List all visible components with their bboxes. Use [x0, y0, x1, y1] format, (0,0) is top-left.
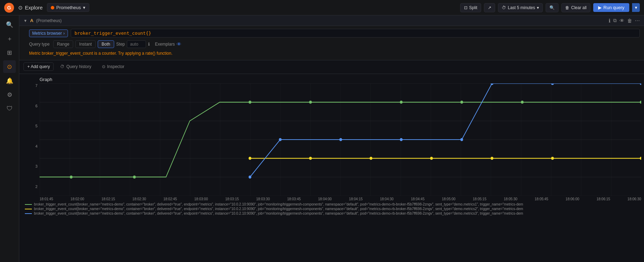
graph-title: Graph [22, 77, 641, 82]
legend-text-green: broker_trigger_event_count{broker_name="… [34, 202, 523, 206]
time-range-button[interactable]: ⏱ Last 5 minutes ▾ [498, 3, 543, 12]
blue-dot [461, 138, 463, 141]
yellow-dot [249, 157, 251, 160]
share-button[interactable]: ↗ [484, 3, 495, 12]
topbar: G ⊙ Explore Prometheus ▾ ⊡ Split ↗ ⏱ Las… [0, 0, 644, 15]
metric-input[interactable] [71, 29, 640, 38]
logo-text: G [7, 5, 11, 11]
yellow-dot [309, 157, 312, 160]
x-label-11: 18:04:30 [380, 197, 394, 201]
bell-icon: 🔔 [6, 77, 13, 85]
metrics-browser-label: Metrics browser [32, 31, 62, 36]
info-icon[interactable]: ℹ [609, 18, 610, 23]
run-query-dropdown[interactable]: ▾ [632, 3, 640, 12]
legend-text-blue: broker_trigger_event_count{broker_name="… [34, 211, 523, 215]
range-button[interactable]: Range [53, 40, 73, 48]
exemplars-label: Exemplars [155, 42, 175, 47]
datasource-label: Prometheus [56, 5, 81, 10]
y-label-6: 6 [35, 104, 37, 108]
sidebar-item-dashboards[interactable]: ⊞ [3, 46, 16, 59]
x-label-10: 18:04:15 [349, 197, 363, 201]
history-icon: ⏱ [60, 64, 64, 69]
x-label-18: 18:06:15 [596, 197, 610, 201]
y-label-4: 4 [35, 144, 37, 148]
x-label-17: 18:06:00 [566, 197, 579, 201]
sidebar-item-settings[interactable]: ⚙ [3, 88, 16, 101]
x-axis: 18:01:45 18:02:00 18:02:15 18:02:30 18:0… [22, 197, 641, 201]
datasource-selector[interactable]: Prometheus ▾ [47, 3, 89, 12]
run-query-button[interactable]: ▶ Run query [593, 3, 629, 12]
instant-button[interactable]: Instant [75, 40, 96, 48]
blue-dot [339, 138, 342, 141]
both-button[interactable]: Both [98, 40, 114, 48]
x-label-4: 18:02:45 [163, 197, 177, 201]
chevron-down-icon: ▾ [537, 5, 539, 10]
x-label-15: 18:05:30 [504, 197, 517, 201]
trash-icon: 🗑 [565, 5, 569, 10]
metrics-browser-button[interactable]: Metrics browser › [29, 29, 68, 37]
blue-dot [400, 138, 403, 141]
plus-icon: ＋ [7, 35, 13, 43]
step-input[interactable] [127, 40, 146, 48]
compass-icon: ⊙ [18, 5, 23, 11]
sidebar-item-add[interactable]: ＋ [3, 32, 16, 45]
step-label: Step [116, 42, 125, 47]
legend-item-blue[interactable]: broker_trigger_event_count{broker_name="… [25, 211, 638, 215]
collapse-button[interactable]: ▼ [23, 19, 27, 23]
sidebar-item-explore[interactable]: ⊙ [3, 60, 16, 73]
blue-dot [279, 138, 282, 141]
y-label-3: 3 [35, 164, 37, 168]
step-info-icon[interactable]: ℹ [148, 42, 150, 47]
copy-icon[interactable]: ⧉ [613, 18, 617, 23]
query-type-label: Query type [29, 42, 50, 47]
run-icon: ▶ [598, 5, 602, 10]
x-label-5: 18:03:00 [194, 197, 208, 201]
query-type-row: Query type Range Instant Both Step ℹ Exe… [29, 40, 640, 48]
more-icon[interactable]: ⋯ [635, 18, 640, 23]
grafana-logo[interactable]: G [4, 3, 14, 13]
inspector-button[interactable]: ⊙ Inspector [98, 62, 128, 71]
green-dot [461, 101, 463, 104]
sidebar-item-shield[interactable]: 🛡 [3, 102, 16, 115]
x-label-7: 18:03:30 [256, 197, 270, 201]
legend-text-yellow: broker_trigger_event_count{broker_name="… [34, 207, 523, 211]
x-label-6: 18:03:15 [225, 197, 239, 201]
sidebar-item-alerts[interactable]: 🔔 [3, 74, 16, 87]
hide-icon[interactable]: 👁 [619, 18, 624, 23]
x-label-1: 18:02:00 [70, 197, 84, 201]
green-dot [70, 175, 72, 179]
x-label-16: 18:05:45 [535, 197, 548, 201]
query-header-actions: ℹ ⧉ 👁 🗑 ⋯ [609, 18, 640, 23]
metrics-browser-row: Metrics browser › [29, 29, 640, 38]
y-label-2: 2 [35, 184, 37, 189]
x-label-19: 18:06:30 [628, 197, 641, 201]
compass-icon: ⊙ [7, 63, 12, 70]
sidebar-item-search[interactable]: 🔍 [3, 18, 16, 31]
green-dot [400, 101, 403, 104]
y-label-5: 5 [35, 124, 37, 128]
warning-text: Metric broker_trigger_event_count is a c… [29, 51, 640, 56]
query-history-button[interactable]: ⏱ Query history [56, 62, 95, 71]
zoom-button[interactable]: 🔍 [546, 3, 559, 12]
green-dot [309, 101, 312, 104]
clock-icon: ⏱ [502, 5, 506, 10]
legend-item-yellow[interactable]: broker_trigger_event_count{broker_name="… [25, 207, 638, 211]
chevron-down-icon: ▾ [635, 5, 637, 10]
explore-nav[interactable]: ⊙ Explore [18, 5, 43, 11]
delete-icon[interactable]: 🗑 [627, 18, 632, 23]
action-bar: + Add query ⏱ Query history ⊙ Inspector [19, 60, 644, 74]
yellow-dot [491, 157, 493, 160]
blue-dot [249, 175, 251, 179]
green-dot [249, 101, 251, 104]
legend-color-blue [25, 213, 32, 214]
y-axis: 7 6 5 4 3 2 [22, 83, 39, 196]
legend-item-green[interactable]: broker_trigger_event_count{broker_name="… [25, 202, 638, 206]
exemplars-eye-icon[interactable]: 👁 [176, 41, 181, 47]
split-button[interactable]: ⊡ Split [460, 3, 481, 12]
add-query-button[interactable]: + Add query [23, 62, 54, 71]
arrow-icon: › [63, 31, 65, 36]
yellow-dot [551, 157, 554, 160]
legend-color-green [25, 204, 32, 205]
clear-all-button[interactable]: 🗑 Clear all [561, 3, 590, 12]
x-label-8: 18:03:45 [287, 197, 301, 201]
